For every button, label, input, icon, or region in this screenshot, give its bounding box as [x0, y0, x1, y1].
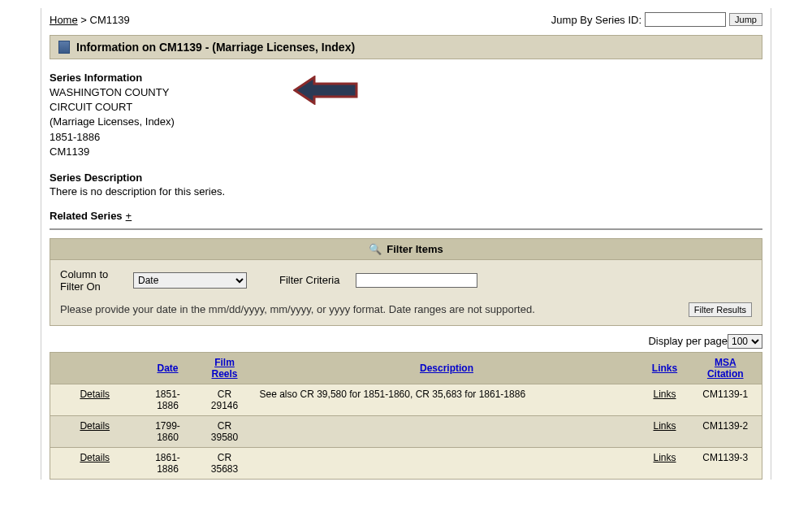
breadcrumb-sep: > [80, 14, 87, 26]
links-link[interactable]: Links [653, 452, 676, 463]
th-cit[interactable]: MSA Citation [707, 357, 744, 380]
table-row: Details 1861-1886 CR 35683 Links CM1139-… [50, 448, 762, 480]
divider [50, 228, 762, 230]
th-blank [50, 353, 140, 384]
filter-col-select[interactable]: Date [133, 272, 247, 289]
cell-date: 1861-1886 [140, 448, 197, 480]
series-desc-heading: Series Description [50, 172, 762, 184]
series-info-line4: 1851-1886 [50, 130, 762, 145]
series-info-heading: Series Information [50, 72, 762, 84]
related-heading: Related Series [50, 210, 123, 222]
cell-date: 1851-1886 [140, 384, 197, 416]
series-info-line3: (Marriage Licenses, Index) [50, 115, 762, 129]
filter-criteria-label: Filter Criteria [279, 274, 339, 286]
cell-desc [253, 448, 641, 480]
cell-cit: CM1139-2 [689, 416, 762, 448]
jump-label: Jump By Series ID: [551, 14, 641, 26]
cell-cit: CM1139-3 [689, 448, 762, 480]
cell-date: 1799-1860 [140, 416, 197, 448]
filter-col-label: Column to Filter On [60, 268, 117, 293]
cell-desc: See also CR 39,580 for 1851-1860, CR 35,… [253, 384, 641, 416]
jump-input[interactable] [645, 12, 726, 27]
th-reels[interactable]: Film Reels [211, 357, 237, 380]
th-date[interactable]: Date [157, 363, 178, 374]
cell-reel: CR 35683 [197, 448, 253, 480]
filter-criteria-input[interactable] [356, 273, 477, 288]
breadcrumb-current: CM1139 [90, 14, 130, 26]
results-table: Date Film Reels Description Links MSA Ci… [50, 352, 762, 480]
cell-reel: CR 39580 [197, 416, 253, 448]
table-row: Details 1851-1886 CR 29146 See also CR 3… [50, 384, 762, 416]
filter-header-text: Filter Items [387, 243, 443, 255]
info-header-text: Information on CM1139 - (Marriage Licens… [76, 41, 355, 54]
home-link[interactable]: Home [50, 14, 78, 26]
links-link[interactable]: Links [653, 389, 676, 400]
series-desc-text: There is no description for this series. [50, 185, 762, 198]
series-info-line2: CIRCUIT COURT [50, 100, 762, 115]
th-desc[interactable]: Description [420, 363, 473, 374]
details-link[interactable]: Details [80, 389, 110, 400]
search-icon: 🔍 [369, 243, 382, 255]
cell-cit: CM1139-1 [689, 384, 762, 416]
filter-results-button[interactable]: Filter Results [689, 302, 752, 317]
display-per-label: Display per page [648, 335, 728, 347]
details-link[interactable]: Details [80, 420, 110, 432]
cell-desc [253, 416, 641, 448]
jump-button[interactable]: Jump [729, 13, 762, 26]
series-info-line5: CM1139 [50, 145, 762, 159]
table-row: Details 1799-1860 CR 39580 Links CM1139-… [50, 416, 762, 448]
display-per-select[interactable]: 100 [728, 334, 762, 349]
arrow-annotation [293, 76, 358, 105]
related-expand[interactable]: + [126, 210, 132, 222]
series-info-line1: WASHINGTON COUNTY [50, 85, 762, 100]
filter-hint: Please provide your date in the mm/dd/yy… [60, 302, 672, 317]
details-link[interactable]: Details [80, 452, 110, 463]
cell-reel: CR 29146 [197, 384, 253, 416]
th-links[interactable]: Links [652, 363, 677, 374]
breadcrumb: Home > CM1139 [50, 14, 130, 26]
links-link[interactable]: Links [653, 420, 676, 432]
book-icon [58, 41, 70, 54]
